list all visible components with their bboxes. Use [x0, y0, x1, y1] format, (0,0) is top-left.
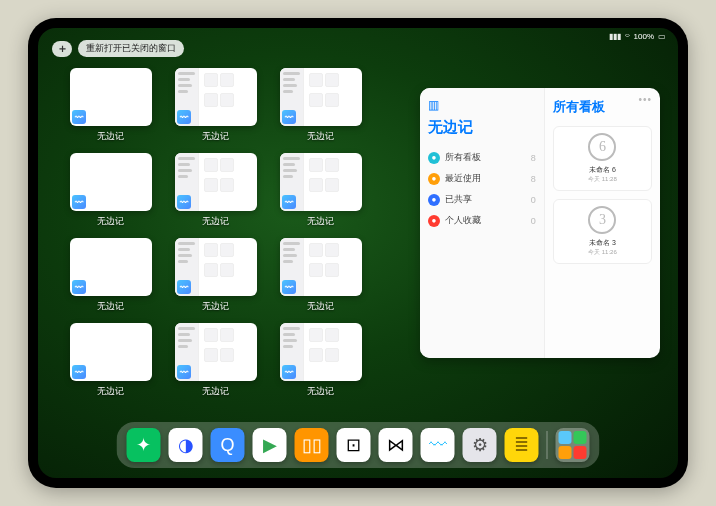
board-time: 今天 11:26	[560, 248, 645, 257]
dock-app-quark[interactable]: ◑	[169, 428, 203, 462]
sidebar-item-label: 个人收藏	[445, 214, 481, 227]
window-label: 无边记	[97, 300, 124, 313]
dock-app-dice[interactable]: ⊡	[337, 428, 371, 462]
window-thumbnail[interactable]: 〰	[70, 153, 152, 211]
sidebar-item-count: 8	[531, 153, 536, 163]
dock-app-settings[interactable]: ⚙	[463, 428, 497, 462]
board-card[interactable]: 3未命名 3今天 11:26	[553, 199, 652, 264]
window-label: 无边记	[97, 385, 124, 398]
window-thumbnail[interactable]: 〰	[175, 238, 257, 296]
sidebar-item[interactable]: ●个人收藏0	[428, 210, 536, 231]
window-label: 无边记	[307, 385, 334, 398]
app-window[interactable]: 〰无边记	[68, 238, 153, 313]
window-thumbnail[interactable]: 〰	[70, 68, 152, 126]
app-window[interactable]: 〰无边记	[173, 68, 258, 143]
app-window[interactable]: 〰无边记	[173, 323, 258, 398]
window-label: 无边记	[97, 130, 124, 143]
app-window[interactable]: 〰无边记	[173, 153, 258, 228]
more-icon[interactable]: •••	[638, 94, 652, 105]
window-thumbnail[interactable]: 〰	[70, 238, 152, 296]
window-label: 无边记	[202, 300, 229, 313]
board-time: 今天 11:28	[560, 175, 645, 184]
add-window-button[interactable]: ＋	[52, 41, 72, 57]
dock-folder[interactable]	[556, 428, 590, 462]
category-icon: ●	[428, 215, 440, 227]
dock-app-books[interactable]: ▯▯	[295, 428, 329, 462]
battery-pct: 100%	[634, 32, 654, 41]
category-icon: ●	[428, 173, 440, 185]
freeform-app-icon: 〰	[177, 195, 191, 209]
freeform-app-icon: 〰	[282, 280, 296, 294]
window-label: 无边记	[202, 215, 229, 228]
board-thumbnail: 3	[588, 206, 616, 234]
freeform-panel: ▥ 无边记 ●所有看板8●最近使用8●已共享0●个人收藏0 ••• 所有看板 6…	[420, 88, 660, 358]
signal-icon: ▮▮▮	[609, 32, 621, 41]
app-window[interactable]: 〰无边记	[68, 68, 153, 143]
freeform-app-icon: 〰	[282, 365, 296, 379]
freeform-app-icon: 〰	[177, 110, 191, 124]
screen: ▮▮▮ ⌔ 100% ▭ ＋ 重新打开已关闭的窗口 〰无边记〰无边记〰无边记〰无…	[38, 28, 678, 478]
category-icon: ●	[428, 152, 440, 164]
panel-right-title: 所有看板	[553, 98, 652, 116]
dock: ✦◑Q▶▯▯⊡⋈〰⚙≣	[117, 422, 600, 468]
app-window[interactable]: 〰无边记	[278, 323, 363, 398]
dock-app-play[interactable]: ▶	[253, 428, 287, 462]
dock-app-freeform[interactable]: 〰	[421, 428, 455, 462]
app-window[interactable]: 〰无边记	[68, 153, 153, 228]
window-label: 无边记	[97, 215, 124, 228]
freeform-app-icon: 〰	[72, 365, 86, 379]
sidebar-item-label: 已共享	[445, 193, 472, 206]
window-thumbnail[interactable]: 〰	[175, 68, 257, 126]
freeform-app-icon: 〰	[72, 280, 86, 294]
freeform-app-icon: 〰	[177, 365, 191, 379]
status-bar: ▮▮▮ ⌔ 100% ▭	[609, 32, 666, 41]
board-card[interactable]: 6未命名 6今天 11:28	[553, 126, 652, 191]
window-thumbnail[interactable]: 〰	[175, 323, 257, 381]
window-thumbnail[interactable]: 〰	[175, 153, 257, 211]
sidebar-item[interactable]: ●所有看板8	[428, 147, 536, 168]
dock-app-browser-q[interactable]: Q	[211, 428, 245, 462]
app-window[interactable]: 〰无边记	[278, 153, 363, 228]
wifi-icon: ⌔	[625, 32, 630, 41]
app-window[interactable]: 〰无边记	[278, 238, 363, 313]
dock-app-notes[interactable]: ≣	[505, 428, 539, 462]
window-thumbnail[interactable]: 〰	[70, 323, 152, 381]
panel-content: ••• 所有看板 6未命名 6今天 11:283未命名 3今天 11:26	[545, 88, 660, 358]
freeform-app-icon: 〰	[72, 110, 86, 124]
window-label: 无边记	[202, 130, 229, 143]
sidebar-item[interactable]: ●最近使用8	[428, 168, 536, 189]
window-label: 无边记	[307, 300, 334, 313]
sidebar-item-count: 0	[531, 216, 536, 226]
sidebar-item-count: 0	[531, 195, 536, 205]
app-window[interactable]: 〰无边记	[173, 238, 258, 313]
battery-icon: ▭	[658, 32, 666, 41]
folder-mini-icon	[574, 446, 587, 459]
folder-mini-icon	[559, 446, 572, 459]
sidebar-item-label: 所有看板	[445, 151, 481, 164]
ipad-frame: ▮▮▮ ⌔ 100% ▭ ＋ 重新打开已关闭的窗口 〰无边记〰无边记〰无边记〰无…	[28, 18, 688, 488]
board-name: 未命名 3	[560, 238, 645, 248]
sidebar-item[interactable]: ●已共享0	[428, 189, 536, 210]
folder-mini-icon	[574, 431, 587, 444]
window-label: 无边记	[202, 385, 229, 398]
window-label: 无边记	[307, 215, 334, 228]
app-window[interactable]: 〰无边记	[278, 68, 363, 143]
sidebar-toggle-icon[interactable]: ▥	[428, 98, 536, 112]
dock-separator	[547, 431, 548, 459]
window-thumbnail[interactable]: 〰	[280, 68, 362, 126]
dock-app-connect[interactable]: ⋈	[379, 428, 413, 462]
board-thumbnail: 6	[588, 133, 616, 161]
freeform-app-icon: 〰	[72, 195, 86, 209]
freeform-app-icon: 〰	[177, 280, 191, 294]
sidebar-item-label: 最近使用	[445, 172, 481, 185]
top-controls: ＋ 重新打开已关闭的窗口	[52, 40, 184, 57]
window-thumbnail[interactable]: 〰	[280, 153, 362, 211]
app-window[interactable]: 〰无边记	[68, 323, 153, 398]
sidebar-item-count: 8	[531, 174, 536, 184]
window-thumbnail[interactable]: 〰	[280, 323, 362, 381]
board-name: 未命名 6	[560, 165, 645, 175]
dock-app-wechat[interactable]: ✦	[127, 428, 161, 462]
reopen-closed-window-button[interactable]: 重新打开已关闭的窗口	[78, 40, 184, 57]
app-switcher-grid: 〰无边记〰无边记〰无边记〰无边记〰无边记〰无边记〰无边记〰无边记〰无边记〰无边记…	[68, 68, 363, 398]
window-thumbnail[interactable]: 〰	[280, 238, 362, 296]
